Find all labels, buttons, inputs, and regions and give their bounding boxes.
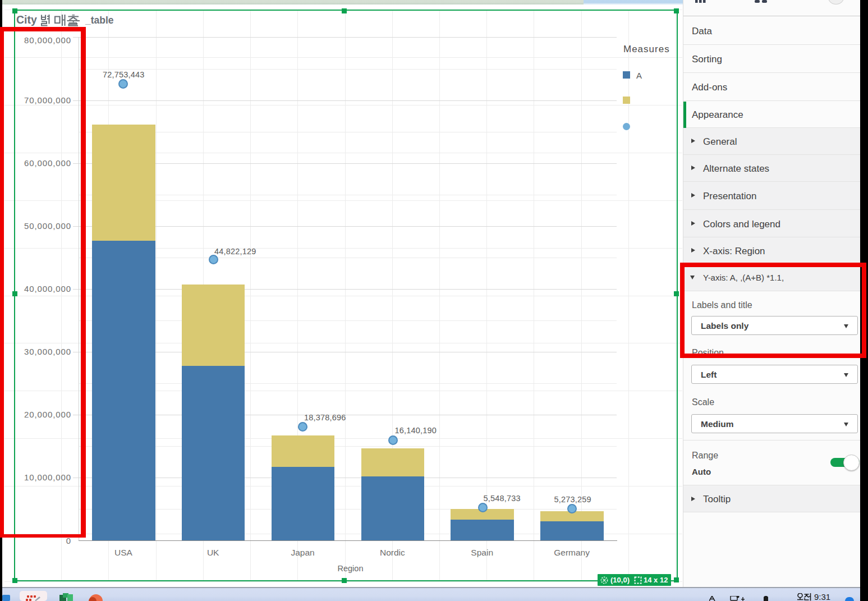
svg-text:9:31: 9:31: [814, 593, 830, 601]
